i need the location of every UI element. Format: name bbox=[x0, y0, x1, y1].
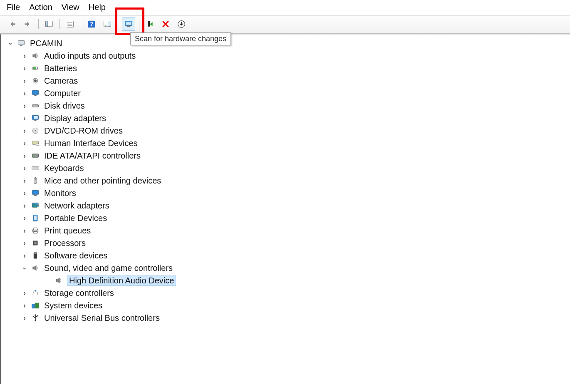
tree-category-label[interactable]: Network adapters bbox=[44, 201, 109, 211]
svg-rect-53 bbox=[32, 203, 39, 207]
tree-category-node[interactable]: DVD/CD-ROM drives bbox=[2, 124, 568, 137]
chevron-right-icon[interactable] bbox=[21, 289, 28, 298]
tree-category-node[interactable]: Audio inputs and outputs bbox=[2, 50, 568, 62]
tree-device-label[interactable]: High Definition Audio Device bbox=[67, 276, 176, 285]
chevron-right-icon[interactable] bbox=[21, 176, 28, 185]
tree-category-node[interactable]: Display adapters bbox=[2, 112, 568, 124]
tree-category-node[interactable]: Computer bbox=[2, 87, 568, 99]
chevron-down-icon[interactable] bbox=[21, 265, 28, 271]
scan-hardware-button[interactable] bbox=[122, 17, 135, 31]
tree-category-node[interactable]: Disk drives bbox=[2, 99, 568, 112]
tree-category-node[interactable]: Sound, video and game controllers bbox=[2, 262, 568, 274]
help-button[interactable]: ? bbox=[85, 17, 98, 31]
tree-category-node[interactable]: Human Interface Devices bbox=[2, 137, 568, 149]
menubar: File Action View Help bbox=[0, 0, 570, 15]
help-icon: ? bbox=[87, 20, 96, 28]
tree-category-node[interactable]: Batteries bbox=[2, 62, 568, 74]
tree-category-node[interactable]: Mice and other pointing devices bbox=[2, 174, 568, 187]
svg-rect-50 bbox=[34, 196, 37, 196]
chevron-right-icon[interactable] bbox=[21, 102, 28, 110]
tree-category-node[interactable]: Storage controllers bbox=[2, 287, 568, 299]
svg-rect-40 bbox=[36, 144, 39, 146]
chevron-right-icon[interactable] bbox=[21, 314, 28, 323]
svg-point-28 bbox=[34, 79, 37, 82]
svg-marker-68 bbox=[35, 265, 37, 270]
tree-category-label[interactable]: Monitors bbox=[44, 189, 76, 198]
tree-category-node[interactable]: Monitors bbox=[2, 187, 568, 199]
tree-category-label[interactable]: Disk drives bbox=[44, 101, 85, 111]
tree-category-node[interactable]: IDE ATA/ATAPI controllers bbox=[2, 149, 568, 162]
chevron-right-icon[interactable] bbox=[21, 89, 28, 98]
chevron-right-icon[interactable] bbox=[21, 77, 28, 85]
chevron-right-icon[interactable] bbox=[21, 239, 28, 248]
tree-category-node[interactable]: System devices bbox=[2, 299, 568, 312]
tree-category-label[interactable]: Storage controllers bbox=[44, 288, 114, 298]
svg-rect-42 bbox=[33, 155, 38, 157]
tree-device-node[interactable]: High Definition Audio Device bbox=[2, 274, 568, 287]
chevron-right-icon[interactable] bbox=[21, 127, 28, 135]
menu-action[interactable]: Action bbox=[29, 2, 52, 12]
tablet-icon bbox=[31, 213, 40, 223]
tree-category-node[interactable]: Processors bbox=[2, 237, 568, 249]
svg-rect-49 bbox=[35, 195, 37, 196]
tree-category-node[interactable]: Portable Devices bbox=[2, 212, 568, 224]
chevron-right-icon[interactable] bbox=[21, 151, 28, 160]
chevron-right-icon[interactable] bbox=[21, 201, 28, 210]
device-tree[interactable]: PCAMIN Audio inputs and outputsBatteries… bbox=[2, 37, 568, 324]
chevron-right-icon[interactable] bbox=[21, 189, 28, 198]
tree-category-label[interactable]: Sound, video and game controllers bbox=[44, 263, 173, 273]
chevron-right-icon[interactable] bbox=[21, 301, 28, 310]
tree-category-label[interactable]: Human Interface Devices bbox=[44, 139, 138, 148]
tree-category-label[interactable]: Software devices bbox=[44, 251, 107, 261]
menu-view[interactable]: View bbox=[62, 2, 79, 12]
forward-button[interactable] bbox=[21, 17, 35, 31]
svg-rect-69 bbox=[56, 279, 57, 282]
chevron-right-icon[interactable] bbox=[21, 226, 28, 235]
chevron-right-icon[interactable] bbox=[21, 52, 28, 60]
tree-category-label[interactable]: Universal Serial Bus controllers bbox=[44, 313, 160, 323]
chevron-right-icon[interactable] bbox=[21, 251, 28, 260]
system-icon bbox=[31, 301, 40, 310]
tree-category-label[interactable]: DVD/CD-ROM drives bbox=[44, 126, 123, 136]
optical-icon bbox=[31, 126, 40, 135]
tree-category-label[interactable]: System devices bbox=[44, 301, 102, 310]
tree-category-label[interactable]: Audio inputs and outputs bbox=[44, 51, 136, 61]
tree-root-node[interactable]: PCAMIN bbox=[2, 37, 568, 50]
tree-category-label[interactable]: Portable Devices bbox=[44, 213, 107, 223]
action-pane-button[interactable] bbox=[101, 17, 114, 31]
svg-marker-80 bbox=[35, 314, 37, 315]
tree-category-node[interactable]: Keyboards bbox=[2, 162, 568, 174]
tree-category-label[interactable]: Batteries bbox=[44, 64, 77, 73]
menu-file[interactable]: File bbox=[7, 2, 20, 12]
tree-category-label[interactable]: Display adapters bbox=[44, 114, 106, 123]
expand-chevron-icon[interactable] bbox=[7, 40, 14, 47]
chevron-right-icon[interactable] bbox=[21, 214, 28, 223]
tree-category-label[interactable]: Keyboards bbox=[44, 164, 84, 173]
chevron-right-icon[interactable] bbox=[21, 114, 28, 123]
device-tree-pane[interactable]: PCAMIN Audio inputs and outputsBatteries… bbox=[0, 34, 570, 384]
update-driver-button[interactable] bbox=[175, 17, 188, 31]
chevron-right-icon[interactable] bbox=[21, 164, 28, 173]
tree-category-label[interactable]: Cameras bbox=[44, 76, 78, 86]
tree-category-label[interactable]: Processors bbox=[44, 238, 86, 248]
tree-category-node[interactable]: Universal Serial Bus controllers bbox=[2, 312, 568, 324]
back-button[interactable] bbox=[5, 17, 19, 31]
tree-category-label[interactable]: Computer bbox=[44, 89, 81, 98]
enable-device-button[interactable] bbox=[143, 17, 156, 31]
tree-category-label[interactable]: Print queues bbox=[44, 226, 91, 236]
chevron-right-icon[interactable] bbox=[21, 64, 28, 73]
uninstall-device-button[interactable] bbox=[159, 17, 172, 31]
show-hide-console-tree-button[interactable] bbox=[42, 17, 56, 31]
menu-help[interactable]: Help bbox=[89, 2, 106, 12]
tree-category-label[interactable]: Mice and other pointing devices bbox=[44, 176, 161, 186]
tree-root-label[interactable]: PCAMIN bbox=[30, 39, 62, 48]
chevron-right-icon[interactable] bbox=[21, 139, 28, 148]
tree-category-label[interactable]: IDE ATA/ATAPI controllers bbox=[44, 151, 141, 161]
properties-button[interactable] bbox=[64, 17, 77, 31]
tree-category-node[interactable]: Print queues bbox=[2, 224, 568, 237]
tree-category-node[interactable]: Cameras bbox=[2, 74, 568, 87]
netcard-icon bbox=[31, 201, 40, 210]
tree-category-node[interactable]: Software devices bbox=[2, 249, 568, 262]
tree-category-node[interactable]: Network adapters bbox=[2, 199, 568, 212]
cpu-icon bbox=[31, 238, 40, 248]
